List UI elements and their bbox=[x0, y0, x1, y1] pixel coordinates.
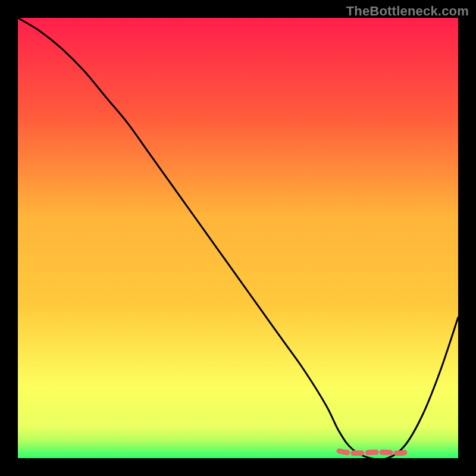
watermark-text: TheBottleneck.com bbox=[346, 4, 469, 19]
chart-frame bbox=[18, 18, 458, 458]
optimal-range-highlight bbox=[339, 451, 405, 453]
bottleneck-chart bbox=[18, 18, 458, 458]
gradient-background bbox=[18, 18, 458, 458]
